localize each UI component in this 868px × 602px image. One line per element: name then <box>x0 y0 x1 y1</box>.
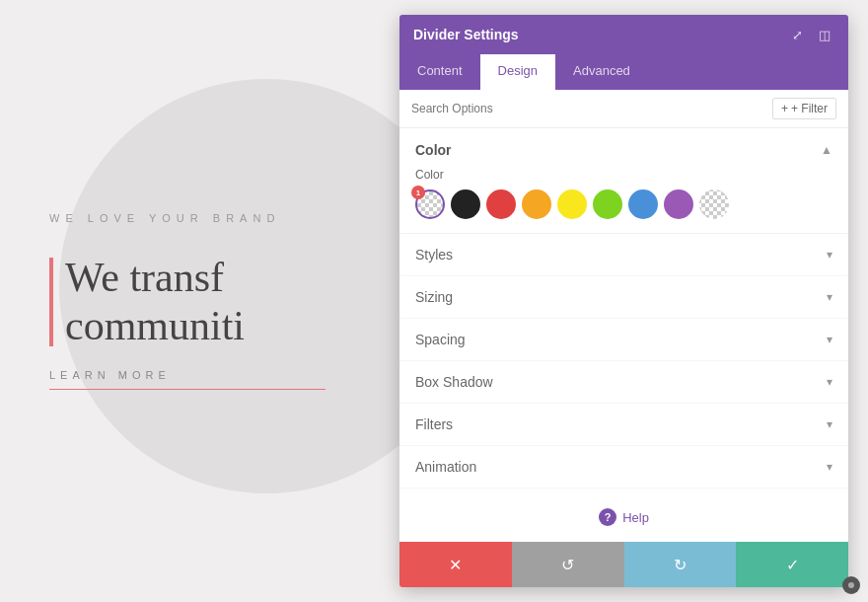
filters-label: Filters <box>415 416 453 432</box>
swatch-red[interactable] <box>486 189 516 219</box>
corner-resize-handle[interactable] <box>842 576 860 594</box>
swatch-none-circle <box>699 189 729 219</box>
styles-label: Styles <box>415 247 453 263</box>
swatch-yellow-circle <box>557 189 587 219</box>
swatch-black[interactable] <box>451 189 480 219</box>
swatch-orange[interactable] <box>522 189 551 219</box>
help-area: ? Help <box>399 489 848 542</box>
pink-bar <box>49 258 53 346</box>
swatch-green-circle <box>593 189 622 219</box>
filters-chevron-icon: ▾ <box>827 417 832 431</box>
animation-label: Animation <box>415 459 476 475</box>
redo-button[interactable]: ↻ <box>624 542 737 587</box>
tab-advanced[interactable]: Advanced <box>555 54 648 90</box>
animation-section[interactable]: Animation ▾ <box>399 446 848 489</box>
undo-icon: ↺ <box>561 556 574 574</box>
animation-chevron-icon: ▾ <box>827 460 832 474</box>
filter-label: + Filter <box>791 102 828 115</box>
cancel-icon: ✕ <box>449 556 462 574</box>
sizing-label: Sizing <box>415 289 453 305</box>
undo-button[interactable]: ↺ <box>512 542 624 587</box>
help-icon: ? <box>599 508 616 526</box>
spacing-section[interactable]: Spacing ▾ <box>399 319 848 361</box>
learn-more-text: LEARN MORE <box>49 369 350 381</box>
sizing-chevron-icon: ▾ <box>827 290 832 304</box>
color-chevron-icon: ▲ <box>821 143 832 157</box>
swatch-green[interactable] <box>593 189 622 219</box>
headline-wrap: We transfcommuniti <box>49 254 350 349</box>
swatch-red-circle <box>486 189 516 219</box>
sizing-section[interactable]: Sizing ▾ <box>399 276 848 319</box>
swatch-purple-circle <box>664 189 693 219</box>
swatch-badge-1: 1 <box>411 186 425 199</box>
color-section: Color ▲ Color 1 <box>399 128 848 234</box>
box-shadow-section[interactable]: Box Shadow ▾ <box>399 361 848 404</box>
corner-dot-inner <box>848 582 854 588</box>
swatch-black-circle <box>451 189 480 219</box>
save-icon: ✓ <box>786 556 799 574</box>
panel-header: Divider Settings ⤢ ◫ <box>399 15 848 54</box>
panel-header-icons: ⤢ ◫ <box>787 25 834 44</box>
fullscreen-icon[interactable]: ⤢ <box>787 25 807 44</box>
save-button[interactable]: ✓ <box>736 542 848 587</box>
color-section-header[interactable]: Color ▲ <box>399 128 848 168</box>
columns-icon[interactable]: ◫ <box>815 25 834 44</box>
panel-tabs: Content Design Advanced <box>399 54 848 90</box>
color-swatches: 1 <box>415 189 832 219</box>
swatch-none[interactable] <box>699 189 729 219</box>
spacing-chevron-icon: ▾ <box>827 333 832 346</box>
divider-settings-panel: Divider Settings ⤢ ◫ Content Design Adva… <box>399 15 848 587</box>
spacing-label: Spacing <box>415 332 466 347</box>
help-link[interactable]: Help <box>622 510 649 525</box>
page-content: WE LOVE YOUR BRAND We transfcommuniti LE… <box>0 0 399 602</box>
box-shadow-chevron-icon: ▾ <box>827 375 832 389</box>
swatch-blue[interactable] <box>628 189 658 219</box>
filter-button[interactable]: + + Filter <box>772 98 836 119</box>
styles-section[interactable]: Styles ▾ <box>399 234 848 276</box>
panel-search-bar: + + Filter <box>399 90 848 128</box>
we-love-text: WE LOVE YOUR BRAND <box>49 212 350 224</box>
panel-footer: ✕ ↺ ↻ ✓ <box>399 542 848 587</box>
color-section-body: Color 1 <box>399 168 848 233</box>
styles-chevron-icon: ▾ <box>827 248 832 262</box>
swatch-orange-circle <box>522 189 551 219</box>
swatch-transparent[interactable]: 1 <box>415 189 445 219</box>
redo-icon: ↻ <box>674 556 687 574</box>
filter-plus-icon: + <box>781 102 788 115</box>
headline-text: We transfcommuniti <box>65 254 245 349</box>
cancel-button[interactable]: ✕ <box>399 542 512 587</box>
panel-title: Divider Settings <box>413 27 519 42</box>
swatch-yellow[interactable] <box>557 189 587 219</box>
swatch-blue-circle <box>628 189 658 219</box>
swatch-purple[interactable] <box>664 189 693 219</box>
box-shadow-label: Box Shadow <box>415 374 493 390</box>
color-section-title: Color <box>415 142 452 158</box>
learn-more-line <box>49 389 326 390</box>
filters-section[interactable]: Filters ▾ <box>399 404 848 446</box>
tab-design[interactable]: Design <box>480 54 555 90</box>
search-input[interactable] <box>411 102 772 115</box>
tab-content[interactable]: Content <box>399 54 480 90</box>
panel-body: Color ▲ Color 1 <box>399 128 848 542</box>
color-label: Color <box>415 168 832 182</box>
